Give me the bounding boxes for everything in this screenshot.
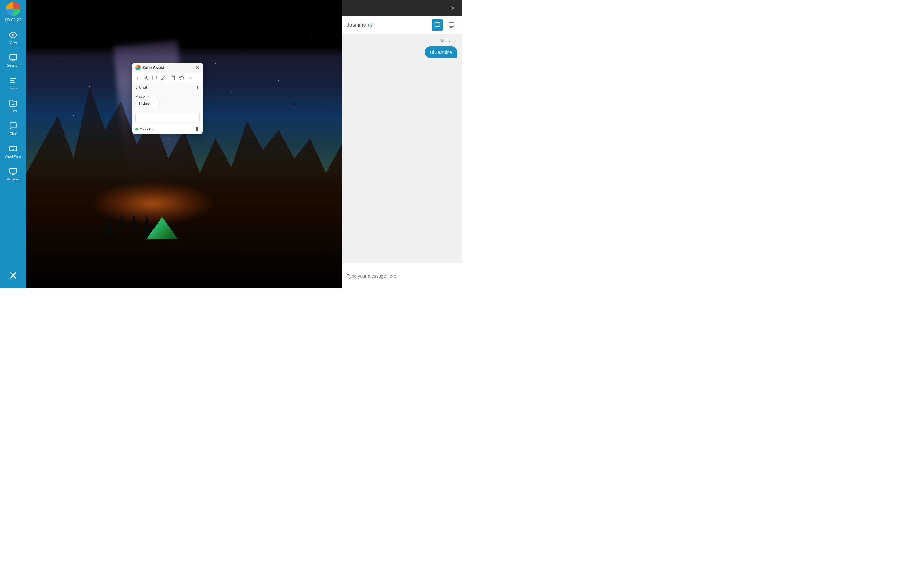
keyboard-icon — [9, 145, 17, 153]
svg-point-21 — [189, 77, 189, 78]
chat-section-title: ∨ Chat — [136, 85, 147, 90]
sidebar-item-files-label: Files — [9, 109, 17, 113]
zoho-toolbar: › — [132, 73, 203, 83]
tree-2 — [118, 214, 126, 227]
svg-rect-20 — [172, 76, 173, 77]
tab-screen-icon — [448, 22, 455, 28]
svg-line-26 — [370, 23, 372, 25]
chat-icon — [9, 122, 17, 130]
sidebar-item-monitors-label: Monitors — [6, 177, 20, 181]
zoho-chat-input[interactable] — [136, 113, 200, 122]
zoho-chat-messages: Malcolm Hi Jasmine — [132, 92, 203, 111]
download-chat-button[interactable]: ⬇ — [196, 85, 200, 90]
svg-point-19 — [145, 76, 146, 77]
zoho-popup-header: Zoho Assist ✕ — [132, 63, 203, 73]
rotate-toolbar-button[interactable] — [178, 75, 185, 81]
expand-button[interactable]: › — [135, 75, 140, 81]
close-session-button[interactable] — [0, 262, 26, 288]
logo-area: 00:02:22 — [0, 0, 26, 26]
pencil-toolbar-button[interactable] — [160, 75, 167, 81]
clipboard-icon — [170, 75, 175, 81]
right-panel-contact-name: Jasmine — [347, 22, 373, 28]
right-panel: Jasmine — [342, 0, 462, 288]
pencil-icon — [161, 75, 166, 81]
message-input[interactable] — [347, 274, 457, 279]
pause-button[interactable]: ⏸ — [194, 126, 200, 132]
contact-name-text: Jasmine — [347, 22, 366, 28]
trees — [105, 214, 150, 237]
zoho-popup-close-button[interactable]: ✕ — [196, 65, 200, 70]
tent — [146, 217, 178, 239]
monitors-icon — [9, 167, 17, 176]
right-panel-tabs: Jasmine — [342, 16, 462, 34]
right-panel-header — [342, 0, 462, 16]
sidebar-item-tools-label: Tools — [9, 86, 17, 90]
right-panel-input-area — [342, 263, 462, 288]
zoho-popup-title-text: Zoho Assist — [142, 65, 164, 70]
svg-rect-27 — [449, 23, 454, 26]
chat-toolbar-icon — [152, 75, 157, 81]
zoho-chat-input-row — [132, 111, 203, 124]
status-indicator — [136, 128, 138, 131]
tree-3 — [130, 214, 138, 230]
more-icon — [188, 75, 193, 81]
eye-icon — [9, 31, 17, 39]
sidebar-item-chat-label: Chat — [9, 132, 17, 135]
right-panel-tab-icons — [431, 19, 457, 31]
collapse-icon[interactable]: ∨ — [136, 86, 137, 89]
files-icon — [9, 99, 17, 107]
svg-point-22 — [190, 77, 191, 78]
tree-1 — [105, 214, 113, 237]
message-bubble: Hi Jasmine — [425, 47, 457, 58]
sidebar: 00:02:22 View Session Tools — [0, 0, 26, 288]
sidebar-item-view[interactable]: View — [0, 26, 26, 49]
tab-chat-button[interactable] — [431, 19, 443, 31]
sidebar-item-tools[interactable]: Tools — [0, 72, 26, 95]
zoho-logo — [6, 2, 20, 16]
clipboard-toolbar-button[interactable] — [170, 75, 176, 81]
svg-rect-6 — [10, 147, 17, 151]
sidebar-item-chat[interactable]: Chat — [0, 117, 26, 140]
sidebar-item-view-label: View — [9, 41, 17, 45]
session-timer: 00:02:22 — [5, 17, 21, 22]
zoho-chat-section: ∨ Chat ⬇ Malcolm Hi Jasmine — [132, 83, 203, 124]
tools-icon — [9, 76, 17, 85]
tab-chat-icon — [434, 22, 441, 28]
message-bubble-container: Hi Jasmine — [347, 47, 457, 58]
svg-point-0 — [12, 34, 15, 36]
right-panel-close-button[interactable] — [448, 3, 457, 13]
status-user-name: Malcolm — [140, 127, 153, 131]
close-session-icon — [7, 269, 19, 281]
zoho-status-bar: Malcolm ⏸ — [132, 124, 203, 134]
message-sender-label: Malcolm — [347, 39, 457, 43]
external-link-icon[interactable] — [368, 23, 373, 27]
right-panel-messages: Malcolm Hi Jasmine — [342, 34, 462, 263]
svg-point-23 — [192, 77, 192, 78]
zoho-assist-popup: Zoho Assist ✕ › — [132, 63, 203, 134]
remote-screen: Zoho Assist ✕ › — [26, 0, 342, 288]
svg-rect-1 — [10, 55, 17, 59]
sidebar-item-session[interactable]: Session — [0, 49, 26, 72]
remote-desktop-area[interactable]: Zoho Assist ✕ › — [26, 0, 342, 288]
person-toolbar-button[interactable] — [142, 75, 149, 81]
zoho-chat-section-header: ∨ Chat ⬇ — [132, 83, 203, 92]
close-panel-icon — [450, 5, 456, 11]
chat-section-label: Chat — [139, 85, 147, 90]
status-user-info: Malcolm — [136, 127, 153, 131]
sidebar-item-shortkeys-label: Short Keys — [5, 155, 22, 158]
sidebar-item-files[interactable]: Files — [0, 95, 26, 117]
chat-toolbar-button[interactable] — [152, 75, 158, 81]
monitor-share-icon — [9, 53, 17, 62]
zoho-popup-title: Zoho Assist — [136, 65, 164, 70]
zoho-chat-sender-name: Malcolm — [136, 95, 200, 98]
zoho-chat-message-bubble: Hi Jasmine — [136, 100, 160, 107]
more-toolbar-button[interactable] — [187, 75, 194, 81]
sidebar-item-shortkeys[interactable]: Short Keys — [0, 140, 26, 163]
rotate-icon — [179, 75, 184, 81]
sidebar-item-monitors[interactable]: Monitors — [0, 163, 26, 185]
tab-screen-button[interactable] — [446, 19, 457, 31]
zoho-logo-small — [136, 65, 141, 70]
sidebar-item-session-label: Session — [7, 63, 19, 67]
person-icon — [143, 75, 148, 81]
svg-rect-14 — [10, 168, 17, 173]
